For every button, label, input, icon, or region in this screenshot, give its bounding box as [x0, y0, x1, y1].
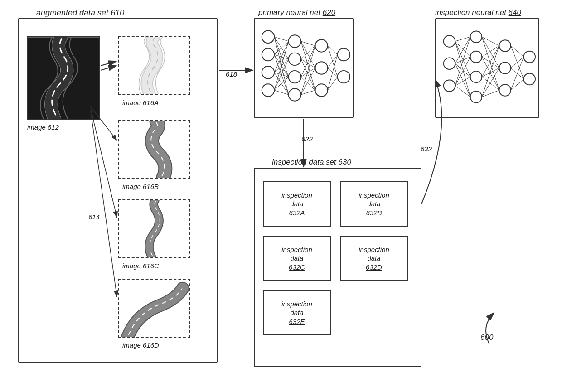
- svg-line-33: [274, 90, 288, 95]
- primary-neural-net-box: [254, 18, 354, 118]
- svg-line-51: [328, 77, 338, 90]
- svg-line-18: [274, 37, 288, 41]
- svg-point-14: [315, 62, 328, 74]
- svg-line-80: [482, 57, 499, 68]
- svg-line-30: [274, 41, 288, 90]
- image-616c: [118, 199, 190, 258]
- svg-line-79: [482, 46, 499, 57]
- image-612: [27, 36, 100, 120]
- image-616a-label: image 616A: [122, 99, 159, 106]
- svg-line-69: [455, 57, 470, 63]
- label-600: 600: [480, 333, 493, 342]
- svg-point-58: [470, 91, 482, 103]
- svg-point-52: [444, 35, 455, 47]
- svg-point-57: [470, 71, 482, 83]
- label-632: 632: [421, 145, 432, 153]
- inspection-data-632d: inspectiondata632D: [340, 236, 408, 281]
- svg-line-75: [455, 86, 470, 97]
- svg-point-16: [338, 48, 350, 61]
- inspection-data-632a: inspectiondata632A: [263, 181, 331, 227]
- svg-point-15: [315, 84, 328, 96]
- inspection-neural-net-box: [435, 18, 539, 118]
- inspection-neural-net-label: inspection neural net 640: [435, 8, 521, 17]
- svg-point-56: [470, 51, 482, 63]
- inspection-data-set-label: inspection data set 630: [272, 158, 351, 167]
- primary-neural-net-label: primary neural net 620: [258, 8, 335, 17]
- label-622: 622: [301, 135, 313, 143]
- svg-point-9: [289, 35, 301, 47]
- svg-line-36: [301, 41, 315, 90]
- svg-point-61: [499, 84, 511, 96]
- svg-point-63: [524, 73, 536, 85]
- image-616a: [118, 36, 190, 95]
- svg-line-81: [482, 57, 499, 90]
- svg-point-13: [315, 39, 328, 52]
- svg-point-7: [262, 66, 274, 78]
- svg-line-84: [482, 77, 499, 90]
- inspection-data-632e: inspectiondata632E: [263, 290, 331, 335]
- image-616d-label: image 616D: [122, 341, 159, 349]
- image-616c-label: image 616C: [122, 262, 159, 270]
- svg-point-55: [470, 31, 482, 43]
- label-618: 618: [226, 70, 237, 78]
- svg-point-5: [262, 31, 274, 43]
- svg-line-87: [482, 90, 499, 97]
- image-616b-label: image 616B: [122, 183, 159, 190]
- svg-point-11: [289, 71, 301, 83]
- diagram-container: augmented data set 610 image 612: [0, 0, 562, 392]
- svg-point-60: [499, 62, 511, 74]
- svg-line-85: [482, 46, 499, 97]
- svg-point-54: [444, 80, 455, 92]
- image-616d: [118, 279, 190, 338]
- svg-point-62: [524, 51, 536, 63]
- inspection-data-632c: inspectiondata632C: [263, 236, 331, 281]
- label-614: 614: [88, 213, 100, 221]
- svg-point-59: [499, 40, 511, 52]
- inspection-data-632b: inspectiondata632B: [340, 181, 408, 227]
- svg-line-43: [301, 46, 315, 95]
- svg-line-48: [328, 55, 338, 68]
- svg-point-8: [262, 84, 274, 96]
- image-612-label: image 612: [27, 123, 59, 131]
- augmented-data-set-label: augmented data set 610: [36, 8, 124, 18]
- svg-point-17: [338, 71, 350, 83]
- svg-point-6: [262, 48, 274, 61]
- svg-point-10: [289, 53, 301, 65]
- svg-line-67: [455, 41, 470, 97]
- svg-point-53: [444, 58, 455, 69]
- image-616b: [118, 120, 190, 179]
- svg-line-70: [455, 63, 470, 77]
- svg-point-12: [289, 88, 301, 101]
